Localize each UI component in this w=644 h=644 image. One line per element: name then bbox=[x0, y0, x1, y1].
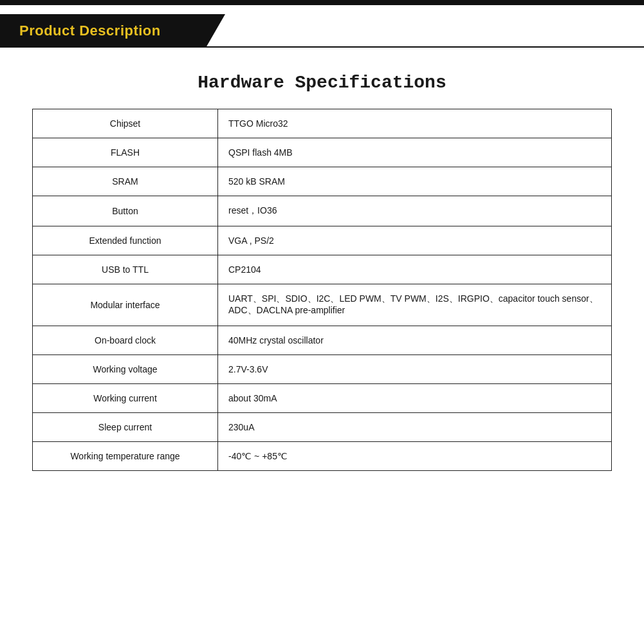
table-row: Extended functionVGA , PS/2 bbox=[33, 226, 612, 255]
spec-label: SRAM bbox=[33, 167, 218, 196]
spec-value: reset，IO36 bbox=[218, 196, 612, 226]
table-row: Modular interfaceUART、SPI、SDIO、I2C、LED P… bbox=[33, 284, 612, 326]
table-row: Working currentabout 30mA bbox=[33, 384, 612, 413]
banner-title: Product Description bbox=[19, 23, 161, 39]
top-bar bbox=[0, 0, 644, 5]
spec-label: Working current bbox=[33, 384, 218, 413]
table-row: Buttonreset，IO36 bbox=[33, 196, 612, 226]
table-row: ChipsetTTGO Micro32 bbox=[33, 109, 612, 138]
spec-label: Chipset bbox=[33, 109, 218, 138]
spec-value: 2.7V-3.6V bbox=[218, 355, 612, 384]
table-row: Working temperature range-40℃ ~ +85℃ bbox=[33, 442, 612, 471]
spec-value: about 30mA bbox=[218, 384, 612, 413]
table-row: SRAM520 kB SRAM bbox=[33, 167, 612, 196]
spec-label: Modular interface bbox=[33, 284, 218, 326]
spec-value: CP2104 bbox=[218, 255, 612, 284]
spec-value: 520 kB SRAM bbox=[218, 167, 612, 196]
section-title: Hardware Specifications bbox=[32, 73, 612, 93]
spec-value: 40MHz crystal oscillator bbox=[218, 326, 612, 355]
spec-value: -40℃ ~ +85℃ bbox=[218, 442, 612, 471]
spec-label: Extended function bbox=[33, 226, 218, 255]
spec-label: FLASH bbox=[33, 138, 218, 167]
table-row: USB to TTLCP2104 bbox=[33, 255, 612, 284]
specs-table: ChipsetTTGO Micro32FLASHQSPI flash 4MBSR… bbox=[32, 109, 612, 471]
spec-value: 230uA bbox=[218, 413, 612, 442]
product-description-banner: Product Description bbox=[0, 14, 644, 48]
banner-right-line bbox=[206, 46, 644, 48]
spec-label: Working temperature range bbox=[33, 442, 218, 471]
spec-value: UART、SPI、SDIO、I2C、LED PWM、TV PWM、I2S、IRG… bbox=[218, 284, 612, 326]
banner-bg: Product Description bbox=[0, 14, 206, 48]
spec-label: USB to TTL bbox=[33, 255, 218, 284]
spec-label: On-board clock bbox=[33, 326, 218, 355]
table-row: Sleep current230uA bbox=[33, 413, 612, 442]
main-content: Hardware Specifications ChipsetTTGO Micr… bbox=[0, 50, 644, 497]
table-row: On-board clock40MHz crystal oscillator bbox=[33, 326, 612, 355]
spec-value: VGA , PS/2 bbox=[218, 226, 612, 255]
spec-label: Button bbox=[33, 196, 218, 226]
spec-label: Sleep current bbox=[33, 413, 218, 442]
spec-value: QSPI flash 4MB bbox=[218, 138, 612, 167]
spec-value: TTGO Micro32 bbox=[218, 109, 612, 138]
table-row: FLASHQSPI flash 4MB bbox=[33, 138, 612, 167]
table-row: Working voltage2.7V-3.6V bbox=[33, 355, 612, 384]
header-section: Product Description bbox=[0, 5, 644, 50]
spec-label: Working voltage bbox=[33, 355, 218, 384]
